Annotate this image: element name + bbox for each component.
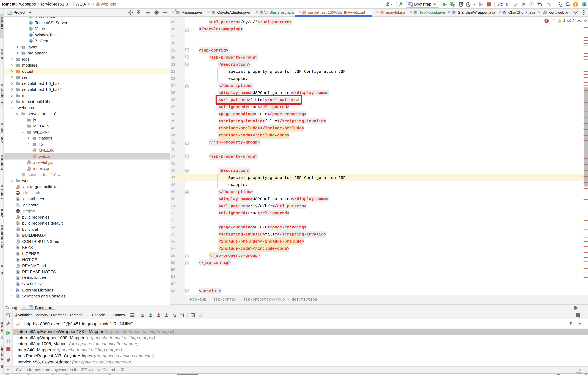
svg-text:A: A (560, 4, 563, 8)
